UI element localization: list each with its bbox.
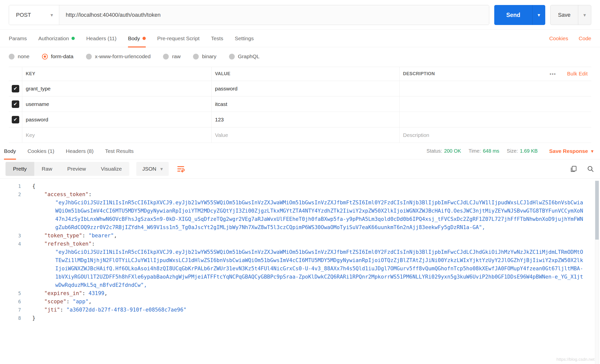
response-viewer-toolbar: Pretty Raw Preview Visualize JSON ▾: [0, 159, 600, 178]
value-column-header: VALUE: [211, 67, 399, 81]
status-value: 200 OK: [444, 148, 461, 154]
method-select[interactable]: POST ▾: [9, 5, 59, 25]
mode-raw[interactable]: raw: [163, 53, 180, 59]
code-line: 4"refresh_token": "eyJhbGciOiJSUzI1NiIsI…: [0, 240, 600, 289]
postman-app: POST ▾ http://localhost:40400/auth/oauth…: [0, 0, 600, 364]
row-checkbox-cell: ✔: [9, 96, 22, 112]
tab-test-results[interactable]: Test Results: [105, 143, 134, 159]
tab-headers[interactable]: Headers (11): [86, 30, 116, 47]
code-content: "scope": "app",: [25, 298, 600, 306]
code-line: 3"token_type": "bearer",: [0, 232, 600, 240]
description-input-placeholder[interactable]: Description: [399, 127, 591, 143]
more-options-icon[interactable]: •••: [550, 71, 556, 77]
mode-form-data[interactable]: form-data: [42, 53, 74, 59]
tab-label: Body: [4, 148, 16, 154]
tab-body[interactable]: Body: [128, 30, 146, 47]
scrollbar-track[interactable]: [595, 181, 599, 364]
size-value: 1.69 KB: [520, 148, 538, 154]
key-cell[interactable]: grant_type: [22, 81, 211, 96]
tab-label: Authorization: [38, 35, 69, 41]
value-input-placeholder[interactable]: Value: [211, 127, 399, 143]
radio-icon: [163, 54, 169, 59]
auth-configured-dot-icon: [72, 37, 75, 40]
line-number: 5: [0, 289, 25, 298]
bulk-edit-link[interactable]: Bulk Edit: [567, 71, 588, 77]
code-content: "expires_in": 43199,: [25, 289, 600, 298]
value-cell[interactable]: password: [211, 81, 399, 96]
key-cell[interactable]: password: [22, 112, 211, 127]
send-dropdown-button[interactable]: ▾: [532, 5, 545, 25]
code-link[interactable]: Code: [579, 35, 591, 41]
send-group: Send ▾: [494, 5, 545, 25]
tab-label: Params: [9, 35, 27, 41]
send-button[interactable]: Send: [494, 5, 532, 25]
scrollbar-thumb[interactable]: [595, 181, 599, 240]
tab-label: Body: [128, 35, 140, 41]
save-button[interactable]: Save: [550, 5, 578, 25]
tab-tests[interactable]: Tests: [211, 30, 223, 47]
language-select[interactable]: JSON ▾: [136, 162, 169, 176]
size-label: Size:: [507, 148, 518, 154]
url-input[interactable]: http://localhost:40400/auth/oauth/token: [59, 5, 489, 25]
tab-response-headers[interactable]: Headers (8): [66, 143, 94, 159]
view-mode-visualize[interactable]: Visualize: [94, 162, 130, 176]
tab-pre-request-script[interactable]: Pre-request Script: [157, 30, 200, 47]
key-cell[interactable]: username: [22, 96, 211, 112]
mode-label: GraphQL: [238, 53, 260, 59]
tab-label: Tests: [211, 35, 223, 41]
tab-response-cookies[interactable]: Cookies (1): [28, 143, 54, 159]
tab-label: Settings: [235, 35, 254, 41]
key-input-placeholder[interactable]: Key: [22, 127, 211, 143]
mode-graphql[interactable]: GraphQL: [229, 53, 260, 59]
request-url-bar: POST ▾ http://localhost:40400/auth/oauth…: [0, 0, 600, 30]
line-number: 6: [0, 298, 25, 306]
value-cell[interactable]: itcast: [211, 96, 399, 112]
response-bar: Body Cookies (1) Headers (8) Test Result…: [0, 143, 600, 159]
view-mode-raw[interactable]: Raw: [34, 162, 60, 176]
mode-binary[interactable]: binary: [193, 53, 216, 59]
copy-icon[interactable]: [570, 165, 578, 173]
checkbox-checked-icon[interactable]: ✔: [12, 100, 19, 108]
save-response-button[interactable]: Save Response ▾: [549, 148, 594, 154]
search-icon[interactable]: [586, 165, 594, 173]
checkbox-checked-icon[interactable]: ✔: [12, 116, 19, 123]
table-row: ✔ username itcast: [9, 96, 591, 112]
mode-none[interactable]: none: [9, 53, 30, 59]
form-data-table: KEY VALUE DESCRIPTION ••• Bulk Edit ✔ gr…: [9, 67, 591, 143]
description-cell[interactable]: [399, 81, 591, 96]
code-line: 2"access_token": "eyJhbGciOiJSUzI1NiIsIn…: [0, 190, 600, 232]
mode-x-www-form-urlencoded[interactable]: x-www-form-urlencoded: [86, 53, 151, 59]
save-dropdown-button[interactable]: ▾: [578, 5, 591, 25]
description-column-header: DESCRIPTION: [399, 67, 538, 81]
tab-settings[interactable]: Settings: [235, 30, 254, 47]
radio-icon: [193, 54, 199, 59]
tab-response-body[interactable]: Body: [4, 143, 16, 159]
mode-label: x-www-form-urlencoded: [95, 53, 151, 59]
line-number: 1: [0, 182, 25, 190]
chevron-down-icon: ▾: [50, 12, 53, 17]
code-line: 8}: [0, 314, 600, 322]
view-mode-segmented-control: Pretty Raw Preview Visualize: [6, 162, 129, 176]
cookies-link[interactable]: Cookies: [549, 35, 568, 41]
viewer-right-icons: [570, 165, 594, 173]
line-number: 7: [0, 306, 25, 314]
chevron-down-icon: ▾: [591, 149, 594, 154]
request-tabs: Params Authorization Headers (11) Body P…: [0, 30, 600, 47]
mode-label: none: [18, 53, 30, 59]
view-mode-pretty[interactable]: Pretty: [6, 162, 34, 176]
table-header-row: KEY VALUE DESCRIPTION ••• Bulk Edit: [9, 67, 591, 81]
value-cell[interactable]: 123: [211, 112, 399, 127]
description-cell[interactable]: [399, 112, 591, 127]
table-row: ✔ password 123: [9, 112, 591, 127]
chevron-down-icon: ▾: [538, 12, 540, 18]
status-label: Status:: [426, 148, 442, 154]
key-column-header: KEY: [22, 67, 211, 81]
tab-authorization[interactable]: Authorization: [38, 30, 75, 47]
tab-params[interactable]: Params: [9, 30, 27, 47]
code-content: "jti": "a36072dd-b27f-4f83-910f-e08568c7…: [25, 306, 600, 314]
tab-label: Cookies (1): [28, 148, 54, 154]
wrap-text-icon[interactable]: [176, 164, 185, 173]
checkbox-checked-icon[interactable]: ✔: [12, 85, 19, 92]
description-cell[interactable]: [399, 96, 591, 112]
view-mode-preview[interactable]: Preview: [60, 162, 94, 176]
